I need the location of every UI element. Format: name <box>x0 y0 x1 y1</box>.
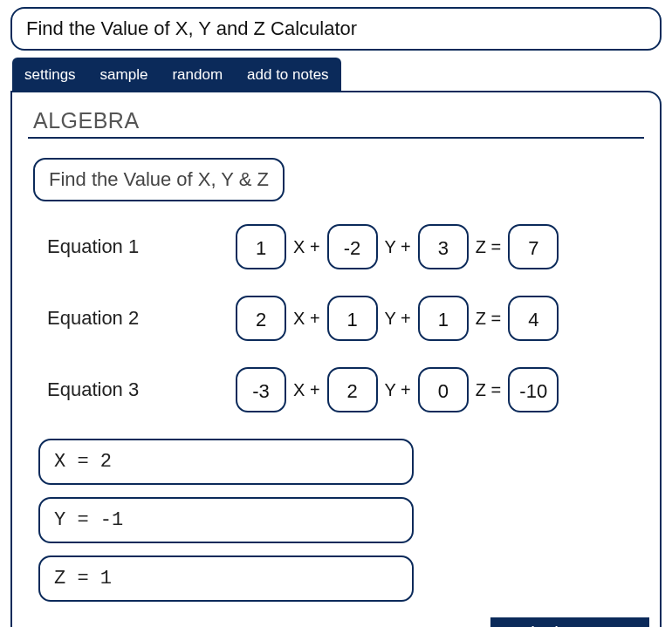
symbol-y-plus: Y + <box>383 309 413 329</box>
main-panel: ALGEBRA Find the Value of X, Y & Z Equat… <box>10 91 662 627</box>
eq1-constant[interactable] <box>508 224 559 269</box>
tab-settings[interactable]: settings <box>24 66 76 84</box>
eq2-coef-z[interactable] <box>418 296 469 341</box>
tab-add-to-notes[interactable]: add to notes <box>247 66 329 84</box>
tab-sample[interactable]: sample <box>100 66 148 84</box>
equation-block: Equation 1 X + Y + Z = Equation 2 X + Y … <box>47 224 648 412</box>
tab-random[interactable]: random <box>172 66 223 84</box>
results-block: X = 2 Y = -1 Z = 1 <box>38 439 648 602</box>
section-label: ALGEBRA <box>28 108 644 139</box>
symbol-x-plus: X + <box>291 380 322 400</box>
equation-3-label: Equation 3 <box>47 378 230 401</box>
eq2-coef-x[interactable] <box>236 296 286 341</box>
equation-2-label: Equation 2 <box>47 307 230 330</box>
symbol-z-eq: Z = <box>474 380 503 400</box>
brand-badge: ncalculators.com <box>490 617 649 627</box>
eq3-coef-y[interactable] <box>327 367 378 412</box>
result-x: X = 2 <box>38 439 414 485</box>
equation-row-3: Equation 3 X + Y + Z = <box>47 367 648 412</box>
eq1-coef-z[interactable] <box>418 224 469 269</box>
tab-bar: settings sample random add to notes <box>12 58 341 92</box>
calculator-subtitle: Find the Value of X, Y & Z <box>33 158 285 201</box>
symbol-y-plus: Y + <box>383 237 413 257</box>
equation-row-2: Equation 2 X + Y + Z = <box>47 296 648 341</box>
eq3-coef-z[interactable] <box>418 367 469 412</box>
symbol-x-plus: X + <box>291 237 322 257</box>
equation-1-label: Equation 1 <box>47 235 230 258</box>
eq3-constant[interactable] <box>508 367 559 412</box>
eq3-coef-x[interactable] <box>236 367 286 412</box>
symbol-x-plus: X + <box>291 309 322 329</box>
eq1-coef-x[interactable] <box>236 224 286 269</box>
eq2-coef-y[interactable] <box>327 296 378 341</box>
eq2-constant[interactable] <box>508 296 559 341</box>
result-y: Y = -1 <box>38 497 414 543</box>
eq1-coef-y[interactable] <box>327 224 378 269</box>
symbol-z-eq: Z = <box>474 237 503 257</box>
result-z: Z = 1 <box>38 555 414 602</box>
equation-row-1: Equation 1 X + Y + Z = <box>47 224 648 269</box>
symbol-y-plus: Y + <box>383 380 413 400</box>
page-title: Find the Value of X, Y and Z Calculator <box>10 7 662 51</box>
symbol-z-eq: Z = <box>474 309 503 329</box>
